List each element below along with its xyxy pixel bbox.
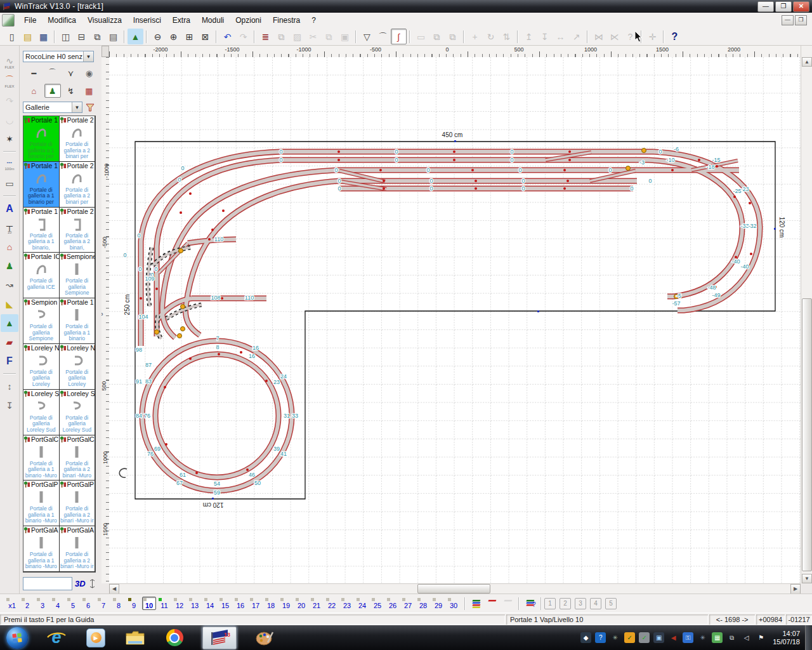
- vertical-scroll-thumb[interactable]: [802, 298, 812, 571]
- new-dimension-button[interactable]: ┬10: [1, 219, 18, 237]
- new-file-button[interactable]: ▯: [4, 29, 20, 44]
- library-item[interactable]: PortGalCPortale di galleria a 2 binari -…: [60, 435, 96, 481]
- document-icon[interactable]: [2, 14, 15, 27]
- menu-finestra[interactable]: Finestra: [267, 14, 306, 27]
- level-30-button[interactable]: 30: [447, 597, 461, 610]
- mdi-restore-button[interactable]: ❐: [795, 15, 807, 25]
- scroll-left-arrow[interactable]: ◀: [109, 584, 119, 594]
- category-select[interactable]: Gallerie ▼: [23, 102, 82, 113]
- level-23-button[interactable]: 23: [340, 597, 354, 610]
- ie-icon[interactable]: e: [45, 627, 68, 649]
- start-button[interactable]: [6, 627, 28, 649]
- library-item[interactable]: PortGalPPortale di galleria a 1 binario …: [23, 481, 60, 526]
- measure-height-button[interactable]: ↕: [1, 378, 18, 395]
- new-route-button[interactable]: ↝: [1, 276, 18, 294]
- level-5-button[interactable]: 5: [66, 597, 80, 610]
- taskbar-clock[interactable]: 14:07 15/07/18: [773, 630, 800, 646]
- print-preview-button[interactable]: ◫: [58, 29, 74, 44]
- zoom-all-button[interactable]: ⊠: [197, 29, 213, 44]
- level-25-button[interactable]: 25: [370, 597, 384, 610]
- library-item[interactable]: Portale 1Portale di galleria a 1 binario…: [23, 162, 60, 208]
- library-item[interactable]: Loreley SPortale di galleria Loreley Sud: [60, 390, 96, 435]
- level-6-button[interactable]: 6: [81, 597, 95, 610]
- new-contact-button[interactable]: ┄100m: [1, 156, 18, 173]
- explorer-icon[interactable]: [124, 627, 147, 649]
- library-item[interactable]: Portale 1Portale di galleria a 1 binario…: [23, 116, 60, 162]
- flex-track-button[interactable]: ∿FLEX: [1, 54, 18, 72]
- new-terrain-button[interactable]: ◣: [1, 295, 18, 313]
- open-file-button[interactable]: ▤: [20, 29, 36, 44]
- volume-icon[interactable]: ◁: [741, 632, 752, 643]
- menu-inserisci[interactable]: Inserisci: [128, 14, 167, 27]
- library-item[interactable]: PortGalAPortale di galleria a 1 binario …: [23, 526, 60, 572]
- scroll-up-arrow[interactable]: ▲: [802, 57, 812, 67]
- burner-icon[interactable]: ✳: [697, 632, 708, 643]
- menu-help[interactable]: ?: [306, 14, 322, 27]
- track-plan-canvas[interactable]: 450 cm120 cm250 cm120 cm0000000000000000…: [109, 57, 801, 583]
- library-item[interactable]: SempionPortale di galleria Sempione: [23, 298, 60, 344]
- print-button[interactable]: ⊟: [74, 29, 89, 44]
- new-figure-button[interactable]: ♟: [1, 257, 18, 275]
- level-4-button[interactable]: 4: [51, 597, 65, 610]
- vertical-scrollbar[interactable]: ▲ ▼: [801, 46, 812, 583]
- level-28-button[interactable]: 28: [416, 597, 430, 610]
- level-3-button[interactable]: 3: [36, 597, 49, 610]
- chrome-icon[interactable]: [163, 627, 186, 649]
- show-desktop-button[interactable]: [805, 625, 812, 650]
- chevron-down-icon[interactable]: ▼: [72, 102, 82, 112]
- filter-funnel-button[interactable]: [84, 102, 96, 113]
- library-item[interactable]: PortGalPPortale di galleria a 2 binari -…: [60, 481, 96, 526]
- level-12-button[interactable]: 12: [173, 597, 187, 610]
- save-file-button[interactable]: ▦: [36, 29, 51, 44]
- figures-button[interactable]: ♟: [44, 84, 61, 98]
- level-19-button[interactable]: 19: [279, 597, 293, 610]
- display-icon[interactable]: ▣: [653, 632, 664, 643]
- library-item[interactable]: Portale 2Portale di galleria a 2 binari …: [60, 116, 96, 162]
- minimize-button[interactable]: —: [757, 1, 774, 12]
- library-item[interactable]: SempionePortale di galleria Sempione: [60, 253, 96, 298]
- curved-track-button[interactable]: ⌒: [44, 66, 61, 80]
- level-17-button[interactable]: 17: [249, 597, 263, 610]
- parts-report-button[interactable]: ≣: [258, 29, 273, 44]
- all-layers-button[interactable]: [468, 595, 484, 611]
- network-icon[interactable]: ⧉: [726, 632, 737, 643]
- track-wand-button[interactable]: ✶: [1, 130, 18, 148]
- new-text-button[interactable]: A: [1, 200, 18, 218]
- library-item[interactable]: Portale 2Portale di galleria a 2 binari,: [60, 208, 96, 253]
- level-8-button[interactable]: 8: [112, 597, 126, 610]
- layer-list-button[interactable]: ?: [522, 595, 538, 611]
- level-7-button[interactable]: 7: [96, 597, 110, 610]
- new-rectangle-button[interactable]: ▭: [1, 175, 18, 192]
- paint-track-button[interactable]: ▰: [1, 333, 18, 351]
- parts-list-button[interactable]: ▤: [105, 29, 121, 44]
- active-layer-button[interactable]: [484, 595, 500, 611]
- level-9-button[interactable]: 9: [127, 597, 141, 610]
- paint-icon[interactable]: [253, 627, 276, 649]
- menu-modifica[interactable]: Modifica: [42, 14, 82, 27]
- turntable-button[interactable]: ◉: [81, 66, 98, 80]
- menu-moduli[interactable]: Moduli: [196, 14, 230, 27]
- menu-file[interactable]: File: [18, 14, 42, 27]
- mute-icon[interactable]: ◀: [668, 632, 679, 643]
- level-20-button[interactable]: 20: [294, 597, 308, 610]
- height-measure-icon[interactable]: [88, 579, 96, 588]
- maximize-button[interactable]: ❐: [775, 1, 792, 12]
- library-item[interactable]: PortGalCPortale di galleria a 1 binario …: [23, 435, 60, 481]
- level-29-button[interactable]: 29: [431, 597, 445, 610]
- help-tray-icon[interactable]: ?: [595, 632, 606, 643]
- flag-icon[interactable]: ⚑: [756, 632, 766, 643]
- level-21-button[interactable]: 21: [310, 597, 324, 610]
- scroll-right-arrow[interactable]: ▶: [790, 584, 801, 594]
- zoom-window-button[interactable]: ⊞: [181, 29, 197, 44]
- buildings-button[interactable]: ⌂: [26, 84, 43, 98]
- chevron-down-icon[interactable]: ▼: [83, 51, 93, 62]
- zoom-in-button[interactable]: ⊕: [166, 29, 181, 44]
- article-search-input[interactable]: [23, 577, 72, 590]
- level-27-button[interactable]: 27: [401, 597, 415, 610]
- library-item[interactable]: Loreley NPortale di galleria Loreley: [23, 344, 60, 390]
- usb-icon[interactable]: ✓: [639, 632, 650, 643]
- context-help-button[interactable]: ?: [667, 29, 683, 44]
- new-building-button[interactable]: ⌂: [1, 238, 18, 256]
- 3d-label[interactable]: 3D: [75, 579, 86, 588]
- library-item[interactable]: Portale 2Portale di galleria a 2 binari …: [60, 162, 96, 208]
